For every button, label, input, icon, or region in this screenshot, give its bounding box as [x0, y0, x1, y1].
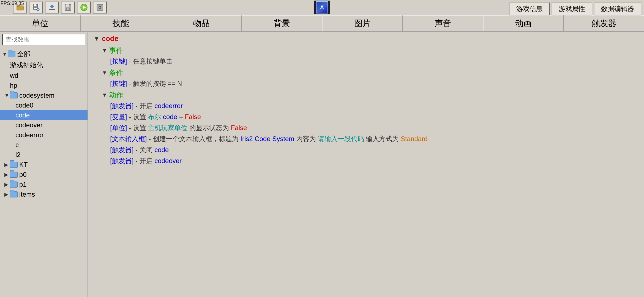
folder-icon-p1 [10, 182, 18, 188]
action-title: 动作 [109, 90, 123, 100]
tree-label-p1: p1 [19, 181, 27, 188]
toolbar: FPS:69.85 [0, 0, 644, 15]
tree-item-codeover[interactable]: codeover [0, 120, 88, 130]
tree-item-p1[interactable]: p1 [0, 180, 88, 189]
action-arrow: ▼ [102, 92, 107, 98]
tree-label-codeover: codeover [15, 121, 43, 129]
tree-arrow-p0 [4, 172, 10, 178]
tree-item-all[interactable]: 全部 [0, 49, 88, 60]
svg-point-19 [99, 7, 100, 8]
tree-arrow-codesystem [4, 93, 10, 98]
download-btn[interactable] [45, 1, 59, 13]
logo-icon: A [316, 1, 328, 13]
tree-label-c: c [15, 141, 19, 149]
condition-line: [按键] - 触发的按键 == N [110, 79, 638, 89]
action-line-1: [触发器] - 开启 codeerror [110, 101, 638, 111]
tree-arrow-p1 [4, 182, 10, 188]
tree-label-KT: KT [19, 161, 28, 169]
left-panel: 全部 游戏初始化 wd hp codesystem [0, 32, 88, 297]
game-info-btn[interactable]: 游戏信息 [509, 2, 550, 15]
condition-title: 条件 [109, 68, 123, 78]
tab-skill[interactable]: 技能 [81, 15, 161, 31]
tree-item-i2[interactable]: i2 [0, 150, 88, 160]
tab-animation[interactable]: 动画 [483, 15, 564, 31]
svg-rect-10 [51, 5, 53, 7]
tree-label-all: 全部 [17, 50, 30, 59]
tab-bar: 单位 技能 物品 背景 图片 声音 动画 触发器 [0, 15, 644, 32]
file-tree: 全部 游戏初始化 wd hp codesystem [0, 48, 88, 297]
settings-btn[interactable] [93, 1, 107, 13]
tree-item-KT[interactable]: KT [0, 160, 88, 170]
folder-icon-items [10, 191, 18, 197]
tab-sound[interactable]: 声音 [403, 15, 483, 31]
play-btn[interactable] [77, 1, 91, 13]
action-line-2: [变量] - 设置 布尔 code = False [110, 112, 638, 122]
condition-section: ▼ 条件 [按键] - 触发的按键 == N [102, 68, 638, 89]
condition-header: ▼ 条件 [102, 68, 638, 78]
tree-arrow-items [4, 191, 10, 197]
tree-item-c[interactable]: c [0, 140, 88, 150]
action-line-5: [触发器] - 关闭 code [110, 145, 638, 155]
tree-label-i2: i2 [15, 151, 21, 159]
tree-arrow-all [2, 51, 8, 57]
tree-label-gameinit: 游戏初始化 [10, 61, 43, 70]
svg-rect-14 [67, 8, 69, 10]
tree-item-items[interactable]: items [0, 189, 88, 199]
folder-icon-codesystem [10, 92, 18, 98]
action-section: ▼ 动作 [触发器] - 开启 codeerror [变量] - 设置 布尔 c… [102, 90, 638, 166]
tab-scene[interactable]: 背景 [242, 15, 322, 31]
action-header: ▼ 动作 [102, 90, 638, 100]
tree-item-code[interactable]: code [0, 110, 88, 120]
action-line-3: [单位] - 设置 主机玩家单位 的显示状态为 False [110, 123, 638, 133]
svg-rect-8 [49, 9, 55, 10]
tree-item-p0[interactable]: p0 [0, 170, 88, 180]
tree-item-code0[interactable]: code0 [0, 100, 88, 110]
tab-image[interactable]: 图片 [322, 15, 403, 31]
game-attrs-btn[interactable]: 游戏属性 [552, 2, 592, 15]
event-line: [按键] - 任意按键单击 [110, 56, 638, 66]
condition-arrow: ▼ [102, 70, 107, 76]
tree-item-hp[interactable]: hp [0, 81, 88, 90]
code-title-arrow: ▼ [94, 35, 100, 42]
folder-icon-all [8, 51, 15, 57]
tree-label-code0: code0 [15, 101, 33, 109]
tree-label-code: code [15, 111, 30, 119]
tree-label-codesystem: codesystem [19, 92, 54, 99]
tree-label-hp: hp [10, 82, 17, 89]
folder-icon-KT [10, 162, 18, 168]
tree-arrow-KT [4, 162, 10, 168]
code-title-row: ▼ code [94, 34, 638, 43]
tab-trigger[interactable]: 触发器 [564, 15, 644, 31]
tree-label-codeerror: codeerror [15, 131, 44, 139]
fps-label: FPS:69.85 [1, 1, 24, 6]
tree-label-wd: wd [10, 72, 18, 79]
event-header: ▼ 事件 [102, 46, 638, 55]
top-right-buttons: 游戏信息 游戏属性 数据编辑器 [509, 2, 641, 15]
logo-button[interactable]: A [314, 1, 330, 14]
code-title-label: code [102, 34, 119, 43]
event-arrow: ▼ [102, 47, 107, 54]
tree-item-gameinit[interactable]: 游戏初始化 [0, 60, 88, 71]
tab-item[interactable]: 物品 [161, 15, 242, 31]
search-input[interactable] [2, 34, 85, 45]
tree-item-wd[interactable]: wd [0, 71, 88, 81]
right-panel: ▼ code ▼ 事件 [按键] - 任意按键单击 ▼ 条件 [按键] - 触发… [88, 32, 644, 297]
tree-label-p0: p0 [19, 171, 27, 178]
tree-item-codesystem[interactable]: codesystem [0, 90, 88, 100]
data-editor-btn[interactable]: 数据编辑器 [594, 2, 641, 15]
svg-rect-12 [66, 4, 69, 7]
tree-item-codeerror[interactable]: codeerror [0, 130, 88, 140]
action-line-4: [文本输入框] - 创建一个文本输入框，标题为 Iris2 Code Syste… [110, 134, 638, 144]
folder-icon-p0 [10, 172, 18, 178]
new-file-btn[interactable] [29, 1, 43, 13]
event-title: 事件 [109, 46, 123, 55]
event-section: ▼ 事件 [按键] - 任意按键单击 [102, 46, 638, 66]
action-line-6: [触发器] - 开启 codeover [110, 156, 638, 166]
tab-unit[interactable]: 单位 [0, 15, 81, 31]
tree-label-items: items [19, 191, 35, 198]
main-area: 全部 游戏初始化 wd hp codesystem [0, 32, 644, 297]
save-btn[interactable] [61, 1, 75, 13]
